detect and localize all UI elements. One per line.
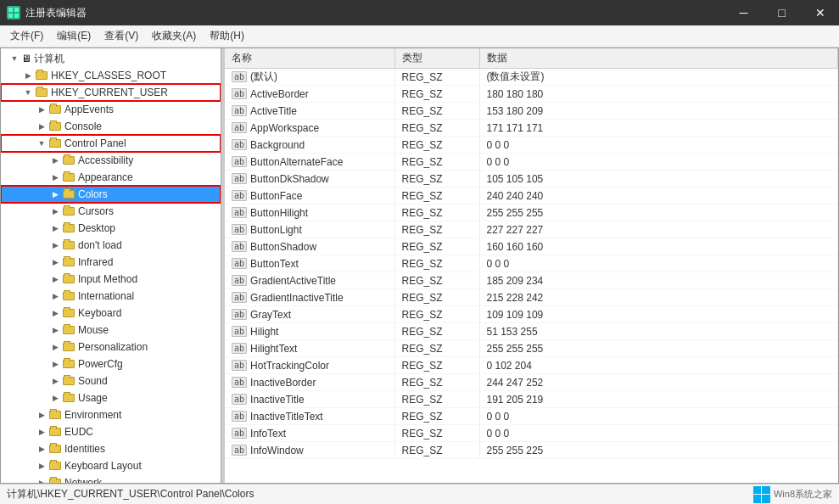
tree-item-accessibility[interactable]: ▶ Accessibility <box>1 152 221 169</box>
menu-view[interactable]: 查看(V) <box>98 26 145 46</box>
ab-icon: ab <box>232 105 247 116</box>
tree-item-computer[interactable]: ▼ 🖥 计算机 <box>1 50 221 67</box>
tree-item-environment[interactable]: ▶ Environment <box>1 406 221 423</box>
expand-personalization[interactable]: ▶ <box>48 343 62 351</box>
tree-item-dontload[interactable]: ▶ don't load <box>1 237 221 254</box>
table-row[interactable]: ab InfoWindow REG_SZ 255 255 225 <box>225 442 838 459</box>
expand-mouse[interactable]: ▶ <box>48 326 62 334</box>
menu-favorites[interactable]: 收藏夹(A) <box>145 26 203 46</box>
expand-dontload[interactable]: ▶ <box>48 241 62 249</box>
close-button[interactable]: ✕ <box>801 0 839 25</box>
expand-hkcu[interactable]: ▼ <box>21 88 35 97</box>
table-row[interactable]: ab GradientActiveTitle REG_SZ 185 209 23… <box>225 272 838 289</box>
tree-item-keyboardlayout[interactable]: ▶ Keyboard Layout <box>1 457 221 474</box>
tree-item-powercfg[interactable]: ▶ PowerCfg <box>1 356 221 372</box>
table-row[interactable]: ab ButtonShadow REG_SZ 160 160 160 <box>225 238 838 255</box>
table-row[interactable]: ab (默认) REG_SZ (数值未设置) <box>225 69 838 86</box>
table-row[interactable]: ab ButtonAlternateFace REG_SZ 0 0 0 <box>225 154 838 171</box>
expand-keyboard[interactable]: ▶ <box>48 309 62 317</box>
table-row[interactable]: ab ButtonText REG_SZ 0 0 0 <box>225 255 838 272</box>
table-row[interactable]: ab HotTrackingColor REG_SZ 0 102 204 <box>225 357 838 374</box>
table-row[interactable]: ab InactiveTitleText REG_SZ 0 0 0 <box>225 408 838 425</box>
cell-data: 180 180 180 <box>479 86 838 103</box>
tree-item-inputmethod[interactable]: ▶ Input Method <box>1 271 221 288</box>
table-row[interactable]: ab HilightText REG_SZ 255 255 255 <box>225 340 838 357</box>
expand-accessibility[interactable]: ▶ <box>48 156 62 165</box>
table-row[interactable]: ab InactiveBorder REG_SZ 244 247 252 <box>225 374 838 391</box>
expand-colors[interactable]: ▶ <box>48 190 62 199</box>
expand-powercfg[interactable]: ▶ <box>48 360 62 368</box>
expand-eudc[interactable]: ▶ <box>35 428 48 436</box>
menu-help[interactable]: 帮助(H) <box>203 26 251 46</box>
tree-item-appearance[interactable]: ▶ Appearance <box>1 169 221 186</box>
cell-name: ab ButtonText <box>225 255 394 272</box>
tree-item-cursors[interactable]: ▶ Cursors <box>1 203 221 220</box>
tree-item-hkcu[interactable]: ▼ HKEY_CURRENT_USER <box>1 84 221 101</box>
expand-hkcr[interactable]: ▶ <box>21 71 35 80</box>
table-row[interactable]: ab ButtonLight REG_SZ 227 227 227 <box>225 221 838 238</box>
tree-item-usage[interactable]: ▶ Usage <box>1 389 221 406</box>
expand-desktop[interactable]: ▶ <box>48 224 62 232</box>
cell-data: 0 102 204 <box>479 357 838 374</box>
tree-item-controlpanel[interactable]: ▼ Control Panel <box>1 135 221 152</box>
expand-infrared[interactable]: ▶ <box>48 258 62 266</box>
col-name[interactable]: 名称 <box>225 48 394 69</box>
expand-international[interactable]: ▶ <box>48 292 62 300</box>
expand-environment[interactable]: ▶ <box>35 411 48 419</box>
table-row[interactable]: ab InfoText REG_SZ 0 0 0 <box>225 425 838 442</box>
cell-type: REG_SZ <box>394 154 479 171</box>
table-row[interactable]: ab AppWorkspace REG_SZ 171 171 171 <box>225 120 838 137</box>
expand-computer[interactable]: ▼ <box>8 54 21 63</box>
table-row[interactable]: ab ActiveBorder REG_SZ 180 180 180 <box>225 86 838 103</box>
table-row[interactable]: ab ActiveTitle REG_SZ 153 180 209 <box>225 103 838 120</box>
cell-name: ab InactiveTitle <box>225 391 394 408</box>
expand-usage[interactable]: ▶ <box>48 394 62 402</box>
tree-item-international[interactable]: ▶ International <box>1 288 221 305</box>
ab-icon: ab <box>232 156 247 167</box>
tree-item-keyboard[interactable]: ▶ Keyboard <box>1 305 221 322</box>
table-row[interactable]: ab GradientInactiveTitle REG_SZ 215 228 … <box>225 289 838 306</box>
folder-icon-eudc <box>48 426 62 438</box>
tree-item-infrared[interactable]: ▶ Infrared <box>1 254 221 271</box>
expand-keyboardlayout[interactable]: ▶ <box>35 462 48 470</box>
tree-item-sound[interactable]: ▶ Sound <box>1 372 221 389</box>
table-row[interactable]: ab ButtonHilight REG_SZ 255 255 255 <box>225 204 838 221</box>
tree-item-identities[interactable]: ▶ Identities <box>1 440 221 457</box>
expand-sound[interactable]: ▶ <box>48 377 62 385</box>
expand-controlpanel[interactable]: ▼ <box>35 139 48 148</box>
expand-console[interactable]: ▶ <box>35 122 48 131</box>
expand-cursors[interactable]: ▶ <box>48 207 62 216</box>
cell-type: REG_SZ <box>394 238 479 255</box>
table-row[interactable]: ab InactiveTitle REG_SZ 191 205 219 <box>225 391 838 408</box>
table-row[interactable]: ab Background REG_SZ 0 0 0 <box>225 137 838 154</box>
col-type[interactable]: 类型 <box>394 48 479 69</box>
expand-appevents[interactable]: ▶ <box>35 105 48 114</box>
cell-type: REG_SZ <box>394 323 479 340</box>
tree-panel[interactable]: ▼ 🖥 计算机 ▶ HKEY_CLASSES_ROOT ▼ HKE <box>1 48 221 483</box>
ab-icon: ab <box>232 445 247 456</box>
expand-inputmethod[interactable]: ▶ <box>48 275 62 283</box>
col-data[interactable]: 数据 <box>479 48 838 69</box>
tree-item-personalization[interactable]: ▶ Personalization <box>1 339 221 356</box>
tree-item-eudc[interactable]: ▶ EUDC <box>1 423 221 440</box>
tree-item-desktop[interactable]: ▶ Desktop <box>1 220 221 237</box>
tree-item-hkcr[interactable]: ▶ HKEY_CLASSES_ROOT <box>1 67 221 84</box>
tree-item-console[interactable]: ▶ Console <box>1 118 221 135</box>
expand-appearance[interactable]: ▶ <box>48 173 62 182</box>
menu-edit[interactable]: 编辑(E) <box>50 26 98 46</box>
tree-item-mouse[interactable]: ▶ Mouse <box>1 322 221 339</box>
table-row[interactable]: ab GrayText REG_SZ 109 109 109 <box>225 306 838 323</box>
table-row[interactable]: ab ButtonDkShadow REG_SZ 105 105 105 <box>225 171 838 188</box>
maximize-button[interactable]: □ <box>763 0 801 25</box>
brand-text: Win8系统之家 <box>774 488 832 501</box>
tree-item-appevents[interactable]: ▶ AppEvents <box>1 101 221 118</box>
folder-icon-network <box>48 477 62 483</box>
minimize-button[interactable]: ─ <box>724 0 763 25</box>
table-row[interactable]: ab ButtonFace REG_SZ 240 240 240 <box>225 188 838 204</box>
table-row[interactable]: ab Hilight REG_SZ 51 153 255 <box>225 323 838 340</box>
tree-item-network[interactable]: ▶ Network <box>1 474 221 483</box>
expand-network[interactable]: ▶ <box>35 479 48 483</box>
tree-item-colors[interactable]: ▶ Colors <box>1 186 221 203</box>
menu-file[interactable]: 文件(F) <box>3 26 50 46</box>
expand-identities[interactable]: ▶ <box>35 445 48 453</box>
